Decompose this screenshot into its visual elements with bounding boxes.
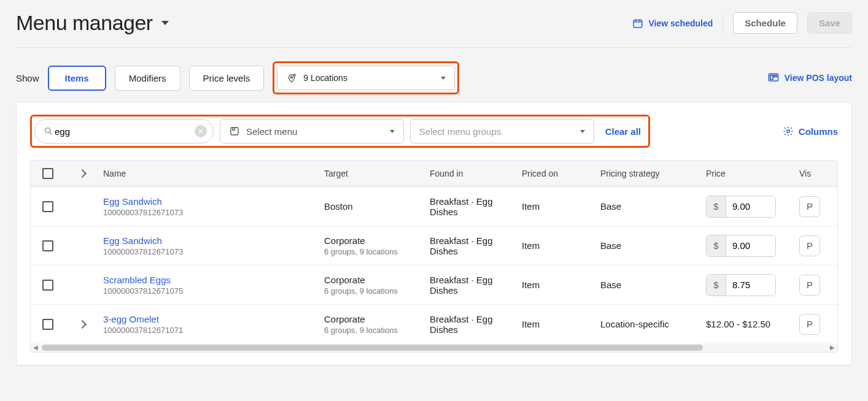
price-field[interactable] <box>726 235 775 256</box>
clear-search-icon[interactable]: ✕ <box>195 125 207 137</box>
columns-button[interactable]: Columns <box>783 126 838 137</box>
target-sub: 6 groups, 9 locations <box>324 286 422 296</box>
select-menu-groups-dropdown[interactable]: Select menu groups <box>410 119 594 143</box>
svg-point-8 <box>787 130 790 133</box>
priced-on-value: Item <box>518 319 597 329</box>
row-checkbox[interactable] <box>42 319 53 330</box>
locations-label: 9 Locations <box>303 73 347 83</box>
price-field[interactable] <box>726 196 775 217</box>
item-name-link[interactable]: 3-egg Omelet <box>103 314 317 324</box>
show-label: Show <box>16 73 39 83</box>
price-input[interactable]: $ <box>706 274 776 296</box>
price-range-text: $12.00 - $12.50 <box>706 319 770 329</box>
save-button: Save <box>807 12 852 34</box>
svg-rect-5 <box>774 75 777 77</box>
svg-rect-4 <box>770 75 773 80</box>
scroll-left-icon[interactable]: ◀ <box>33 344 38 351</box>
item-name-link[interactable]: Scrambled Eggs <box>103 275 317 285</box>
pricing-strategy-value: Base <box>597 240 702 251</box>
chevron-down-icon <box>390 130 395 133</box>
target-sub: 6 groups, 9 locations <box>324 247 422 256</box>
search-icon <box>44 126 53 136</box>
tab-modifiers[interactable]: Modifiers <box>115 66 180 91</box>
item-id: 100000037812671071 <box>103 326 317 335</box>
pricing-strategy-value: Base <box>597 280 702 290</box>
col-priced-on[interactable]: Priced on <box>518 169 597 178</box>
locations-dropdown[interactable]: 9 Locations <box>277 66 455 90</box>
priced-on-value: Item <box>518 280 597 290</box>
select-groups-placeholder: Select menu groups <box>419 126 501 137</box>
divider <box>723 13 723 34</box>
target-sub: 6 groups, 9 locations <box>324 326 422 335</box>
item-id: 100000037812671075 <box>103 286 317 296</box>
target-value: Corporate <box>324 235 422 246</box>
row-checkbox[interactable] <box>42 280 53 291</box>
locations-highlight: 9 Locations <box>273 61 459 94</box>
select-menu-label: Select menu <box>246 126 297 137</box>
table-row: 3-egg Omelet100000037812671071Corporate6… <box>31 304 837 343</box>
view-scheduled-link[interactable]: View scheduled <box>632 18 713 29</box>
search-controls-highlight: ✕ Select menu Select menu groups Clear a… <box>30 115 650 148</box>
col-name[interactable]: Name <box>99 169 320 178</box>
currency-symbol: $ <box>707 235 726 256</box>
col-pricing-strategy[interactable]: Pricing strategy <box>597 169 702 178</box>
target-value: Corporate <box>324 275 422 285</box>
price-input[interactable]: $ <box>706 235 776 257</box>
col-visibility[interactable]: Vis <box>796 169 832 178</box>
scrollbar-thumb[interactable] <box>42 345 703 351</box>
table-row: Egg Sandwich100000037812671073Corporate6… <box>31 226 837 265</box>
visibility-box[interactable]: P <box>799 196 820 217</box>
priced-on-value: Item <box>518 201 597 212</box>
expand-all-icon[interactable] <box>79 169 85 178</box>
table-row: Egg Sandwich100000037812671073BostonBrea… <box>31 186 837 226</box>
tab-price-levels[interactable]: Price levels <box>189 66 265 91</box>
row-checkbox[interactable] <box>42 201 53 212</box>
view-pos-label: View POS layout <box>785 73 852 83</box>
currency-symbol: $ <box>707 196 726 217</box>
clear-all-link[interactable]: Clear all <box>600 126 646 137</box>
scroll-right-icon[interactable]: ▶ <box>830 344 835 351</box>
columns-label: Columns <box>799 126 838 137</box>
found-in-value: Breakfast · Egg Dishes <box>426 314 518 335</box>
visibility-box[interactable]: P <box>799 235 820 256</box>
schedule-button[interactable]: Schedule <box>733 12 797 34</box>
view-pos-layout-link[interactable]: View POS layout <box>767 72 852 84</box>
target-value: Corporate <box>324 314 422 324</box>
col-target[interactable]: Target <box>320 169 426 178</box>
svg-point-2 <box>293 74 295 76</box>
menu-book-icon <box>229 126 240 137</box>
found-in-value: Breakfast · Egg Dishes <box>426 196 518 217</box>
search-input[interactable] <box>53 126 195 137</box>
horizontal-scrollbar[interactable]: ◀ ▶ <box>31 343 837 352</box>
results-panel: ✕ Select menu Select menu groups Clear a… <box>16 102 852 365</box>
price-input[interactable]: $ <box>706 196 776 218</box>
row-checkbox[interactable] <box>42 240 53 251</box>
svg-point-6 <box>45 128 50 133</box>
svg-point-1 <box>291 77 293 78</box>
item-id: 100000037812671073 <box>103 208 317 217</box>
expand-row-icon[interactable] <box>79 319 85 329</box>
item-name-link[interactable]: Egg Sandwich <box>103 235 317 246</box>
search-box[interactable]: ✕ <box>34 119 214 143</box>
visibility-box[interactable]: P <box>799 275 820 296</box>
select-menu-dropdown[interactable]: Select menu <box>220 119 404 143</box>
tab-items[interactable]: Items <box>48 66 106 91</box>
item-name-link[interactable]: Egg Sandwich <box>103 196 317 207</box>
table-header: Name Target Found in Priced on Pricing s… <box>31 161 837 186</box>
target-value: Boston <box>324 201 422 212</box>
found-in-value: Breakfast · Egg Dishes <box>426 235 518 256</box>
page-header: Menu manager View scheduled Schedule Sav… <box>16 11 852 48</box>
select-all-checkbox[interactable] <box>42 168 53 179</box>
col-price[interactable]: Price <box>702 169 796 178</box>
currency-symbol: $ <box>707 275 726 296</box>
col-found-in[interactable]: Found in <box>426 169 518 178</box>
gear-icon <box>783 126 794 137</box>
visibility-box[interactable]: P <box>799 314 820 335</box>
location-pin-icon <box>286 72 297 83</box>
pricing-strategy-value: Location-specific <box>597 319 702 329</box>
title-dropdown-icon[interactable] <box>161 21 169 25</box>
price-field[interactable] <box>726 275 775 296</box>
chevron-down-icon <box>580 130 585 133</box>
found-in-value: Breakfast · Egg Dishes <box>426 275 518 296</box>
item-id: 100000037812671073 <box>103 247 317 256</box>
